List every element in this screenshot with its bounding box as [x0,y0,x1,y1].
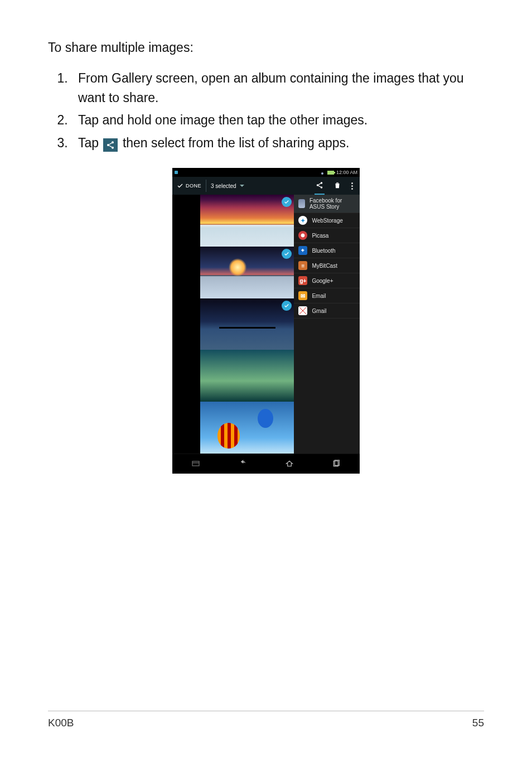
share-app-label: Bluetooth [312,248,335,254]
share-app-item[interactable]: ⌖Bluetooth [294,243,360,258]
step-2-text: Tap and hold one image then tap the othe… [78,113,367,127]
nav-home-button[interactable] [284,459,295,469]
thumbnail-image[interactable] [200,350,294,402]
step-3: Tap then select from the list of sharing… [71,133,484,153]
svg-rect-6 [192,461,199,466]
share-app-label: Facebook for ASUS Story [309,197,355,210]
share-action-button[interactable] [315,178,325,196]
instruction-list: From Gallery screen, open an album conta… [48,69,484,152]
wifi-icon [320,170,325,175]
thumbnail-image[interactable] [200,247,294,298]
share-icon [316,181,323,190]
page-footer: K00B 55 [48,711,484,729]
thumbnail-column [200,195,294,454]
nav-recents-button[interactable] [331,459,342,469]
share-app-label: Gmail [312,308,326,314]
share-app-item[interactable]: Facebook for ASUS Story [294,195,360,213]
app-icon: ⌖ [298,246,307,255]
svg-point-4 [317,184,319,186]
more-icon [351,182,353,190]
selected-count-label: 3 selected [211,183,236,189]
app-icon [298,306,307,315]
share-app-item[interactable]: Gmail [294,303,360,319]
step-1-text: From Gallery screen, open an album conta… [78,71,464,105]
action-bar: DONE 3 selected [172,177,360,195]
share-app-list: Facebook for ASUS Story ✦WebStorage Pica… [294,195,360,454]
section-heading: To share multiple images: [48,40,484,55]
app-indicator-icon [175,171,178,174]
share-app-label: Picasa [312,233,328,239]
share-app-item[interactable]: ✉Email [294,288,360,303]
step-3-pre: Tap [78,136,99,150]
battery-icon [327,171,334,175]
done-label: DONE [186,183,201,189]
app-icon: ✦ [298,216,307,225]
chevron-down-icon [240,185,244,187]
selected-check-icon [282,197,292,207]
share-app-item[interactable]: g+Google+ [294,273,360,288]
app-icon [298,231,307,240]
share-app-item[interactable]: Picasa [294,228,360,243]
thumbnail-image[interactable] [200,298,294,350]
nav-back-button[interactable] [237,459,248,469]
svg-point-1 [107,144,109,146]
app-icon: ≡ [298,261,307,270]
share-app-label: Google+ [312,278,333,284]
selected-check-icon [282,301,292,311]
thumbnail-image[interactable] [200,402,294,454]
app-icon: g+ [298,276,307,285]
gallery-body: Facebook for ASUS Story ✦WebStorage Pica… [172,195,360,454]
share-app-label: WebStorage [312,218,342,224]
nav-screenshot-button[interactable] [190,459,201,469]
selected-count-dropdown[interactable]: 3 selected [206,183,309,189]
delete-action-button[interactable] [332,177,342,195]
embedded-device-screenshot: 12:00 AM DONE 3 selected [172,168,360,474]
share-app-label: Email [312,293,326,299]
app-icon [298,199,305,208]
document-page: To share multiple images: From Gallery s… [0,0,532,757]
step-3-post: then select from the list of sharing app… [123,136,350,150]
share-app-item[interactable]: ≡MyBitCast [294,258,360,273]
selected-check-icon [282,249,292,259]
step-2: Tap and hold one image then tap the othe… [71,110,484,130]
step-1: From Gallery screen, open an album conta… [71,69,484,107]
status-bar: 12:00 AM [172,168,360,177]
share-app-item[interactable]: ✦WebStorage [294,213,360,228]
overflow-menu-button[interactable] [350,177,354,195]
app-icon: ✉ [298,291,307,300]
footer-model: K00B [48,717,74,729]
trash-icon [333,181,341,190]
share-app-label: MyBitCast [312,263,337,269]
status-time: 12:00 AM [336,170,357,175]
footer-page-number: 55 [472,717,484,729]
thumbnail-image[interactable] [200,195,294,247]
done-button[interactable]: DONE [172,177,206,195]
share-icon [103,138,118,152]
navigation-bar [172,454,360,474]
thumb-gutter [172,195,200,454]
